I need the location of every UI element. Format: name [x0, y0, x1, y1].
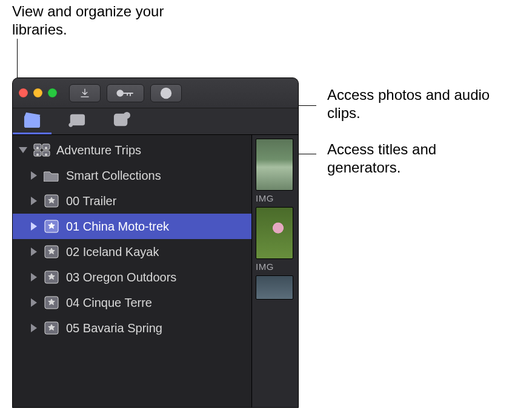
clip-label: IMG [256, 193, 298, 203]
library-name: Adventure Trips [56, 143, 141, 157]
library-icon [33, 142, 50, 159]
window-close-button[interactable] [19, 88, 28, 97]
checkmark-circle-icon [159, 87, 173, 100]
sidebar-item-label: 03 Oregon Outdoors [66, 271, 176, 284]
camera-music-icon [67, 111, 87, 128]
window-minimize-button[interactable] [33, 88, 42, 97]
library-row[interactable]: Adventure Trips [13, 137, 251, 163]
disclosure-triangle-icon[interactable] [19, 147, 27, 153]
disclosure-triangle-icon[interactable] [31, 197, 37, 205]
clip-browser: IMG IMG [252, 135, 298, 407]
disclosure-triangle-icon[interactable] [31, 324, 37, 332]
svg-point-0 [117, 90, 123, 96]
disclosure-triangle-icon[interactable] [31, 298, 37, 307]
clip-thumbnail [256, 139, 293, 191]
sidebar-item-event[interactable]: 04 Cinque Terre [13, 290, 251, 315]
event-star-icon [43, 320, 60, 337]
tab-active-indicator [13, 133, 52, 134]
tab-photos-audio[interactable] [62, 110, 91, 134]
sidebar-item-event[interactable]: 05 Bavaria Spring [13, 315, 251, 341]
disclosure-triangle-icon[interactable] [31, 222, 37, 231]
window-zoom-button[interactable] [48, 88, 57, 97]
clip-item[interactable]: IMG [256, 139, 298, 203]
libraries-sidebar: Adventure Trips Smart Collections 00 Tra [13, 135, 252, 407]
clip-thumbnail [256, 275, 293, 300]
event-star-icon [43, 269, 60, 286]
sidebar-item-label: 00 Trailer [66, 194, 116, 208]
event-star-icon [43, 218, 60, 235]
clip-item[interactable]: IMG [256, 207, 298, 272]
keyword-editor-button[interactable] [107, 84, 144, 102]
callout-libraries: View and organize your libraries. [12, 2, 170, 39]
clip-thumbnail [256, 207, 293, 259]
window-titlebar [13, 78, 298, 108]
callout-titles: Access titles and generators. [327, 140, 485, 177]
folder-icon [43, 167, 60, 184]
window-traffic-lights [19, 88, 63, 97]
disclosure-triangle-icon[interactable] [31, 248, 37, 256]
tab-titles-generators[interactable] [107, 110, 136, 134]
clip-label: IMG [256, 261, 298, 272]
app-window: Adventure Trips Smart Collections 00 Tra [12, 77, 299, 408]
disclosure-triangle-icon[interactable] [31, 273, 37, 281]
event-star-icon [43, 243, 60, 260]
svg-point-3 [75, 117, 80, 122]
key-icon [115, 88, 136, 98]
sidebar-item-label: 05 Bavaria Spring [66, 321, 162, 335]
title-t-icon [113, 111, 131, 128]
disclosure-triangle-icon[interactable] [31, 171, 37, 180]
event-star-icon [43, 294, 60, 311]
event-star-icon [43, 192, 60, 209]
sidebar-item-label: 01 China Moto-trek [66, 220, 169, 234]
sidebar-item-smart-collections[interactable]: Smart Collections [13, 163, 251, 188]
callout-media: Access photos and audio clips. [327, 86, 497, 122]
download-arrow-icon [79, 88, 90, 99]
sidebar-item-event[interactable]: 00 Trailer [13, 188, 251, 214]
svg-point-6 [124, 113, 130, 118]
sidebar-item-label: 02 Iceland Kayak [66, 245, 159, 259]
clapboard-star-icon [23, 111, 41, 128]
import-button[interactable] [69, 84, 101, 102]
sidebar-item-event[interactable]: 02 Iceland Kayak [13, 239, 251, 264]
background-tasks-button[interactable] [150, 84, 182, 102]
sidebar-tabstrip [13, 108, 298, 135]
tab-libraries[interactable] [18, 110, 47, 134]
sidebar-item-event[interactable]: 03 Oregon Outdoors [13, 264, 251, 290]
sidebar-item-label: Smart Collections [66, 169, 161, 183]
sidebar-item-label: 04 Cinque Terre [66, 296, 152, 310]
sidebar-item-event[interactable]: 01 China Moto-trek [13, 214, 251, 239]
clip-item[interactable] [256, 275, 298, 300]
